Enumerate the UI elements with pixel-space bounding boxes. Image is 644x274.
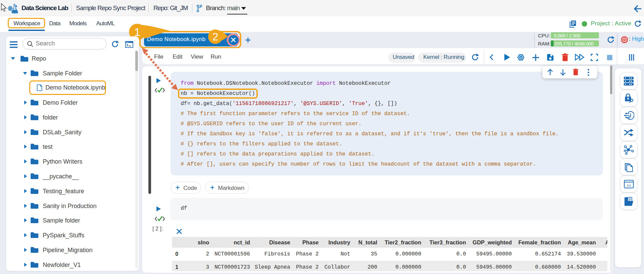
svg-text:(x): (x) — [627, 183, 631, 187]
